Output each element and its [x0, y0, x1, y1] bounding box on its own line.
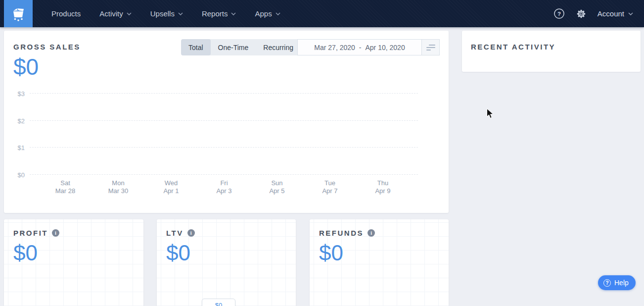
chart-gridlines: $3$2$1$0	[30, 93, 418, 174]
x-axis-tick: WedApr 1	[151, 179, 191, 195]
toggle-one-time[interactable]: One-Time	[211, 39, 256, 55]
nav-item-reports[interactable]: Reports	[202, 9, 236, 18]
y-axis-tick: $2	[18, 117, 25, 124]
nav-item-products[interactable]: Products	[51, 9, 81, 18]
refunds-value: $0	[319, 242, 375, 264]
date-range-start: Mar 27, 2020	[314, 44, 355, 51]
date-range-separator: -	[359, 44, 362, 51]
profit-title: PROFIT	[13, 229, 48, 237]
chevron-down-icon	[178, 12, 183, 15]
chart-gridline: $0	[30, 174, 418, 175]
x-axis-tick: MonMar 30	[98, 179, 138, 195]
gross-sales-value: $0	[13, 55, 81, 78]
gross-sales-title: GROSS SALES	[13, 43, 81, 51]
recent-activity-title: RECENT ACTIVITY	[471, 43, 555, 51]
chevron-down-icon	[276, 12, 280, 15]
sales-type-toggle: Total One-Time Recurring	[181, 39, 301, 55]
nav-right-section: ? Account	[553, 8, 644, 19]
chart-x-labels: SatMar 28MonMar 30WedApr 1FriApr 3SunApr…	[46, 179, 403, 195]
top-navbar: Products Activity Upsells Reports Apps ?…	[0, 0, 644, 27]
ltv-title: LTV	[166, 229, 184, 237]
ltv-chart-tooltip: $0	[202, 299, 235, 306]
nav-label: Apps	[255, 9, 272, 18]
nav-label: Activity	[99, 9, 123, 18]
help-button-label: Help	[614, 279, 629, 287]
nav-label: Reports	[202, 9, 228, 18]
filter-icon	[426, 47, 435, 48]
x-axis-tick: SunApr 5	[257, 179, 297, 195]
chevron-down-icon	[127, 12, 132, 15]
nav-item-upsells[interactable]: Upsells	[150, 9, 183, 18]
main-nav: Products Activity Upsells Reports Apps	[51, 9, 280, 18]
help-button[interactable]: ? Help	[598, 275, 636, 290]
filter-icon	[426, 50, 431, 51]
x-axis-tick: SatMar 28	[46, 179, 85, 195]
gross-sales-card: GROSS SALES $0 Total One-Time Recurring …	[4, 31, 449, 213]
gear-icon[interactable]	[576, 8, 587, 19]
refunds-title: REFUNDS	[319, 229, 364, 237]
ltv-value: $0	[166, 242, 195, 264]
toggle-total[interactable]: Total	[181, 39, 211, 55]
x-axis-tick: TueApr 7	[310, 179, 350, 195]
y-axis-tick: $1	[18, 144, 25, 152]
recent-activity-card: RECENT ACTIVITY	[462, 31, 641, 72]
info-icon[interactable]: i	[187, 229, 195, 237]
info-icon[interactable]: i	[368, 229, 375, 237]
refunds-card: REFUNDS i $0	[310, 219, 449, 306]
chevron-down-icon	[231, 12, 236, 15]
nav-label: Upsells	[150, 9, 175, 18]
y-axis-tick: $3	[18, 90, 25, 98]
profit-card: PROFIT i $0	[4, 219, 143, 306]
chart-gridline: $3	[30, 93, 418, 94]
toggle-recurring[interactable]: Recurring	[256, 39, 301, 55]
question-circle-icon: ?	[603, 279, 611, 287]
ltv-card: LTV i $0 $0	[157, 219, 296, 306]
date-range-end: Apr 10, 2020	[366, 44, 405, 51]
info-icon[interactable]: i	[52, 229, 59, 237]
nav-item-apps[interactable]: Apps	[255, 9, 280, 18]
filter-icon	[429, 45, 435, 46]
profit-value: $0	[13, 242, 59, 264]
mouse-cursor	[486, 108, 494, 121]
chart-gridline: $1	[30, 147, 418, 148]
account-label: Account	[598, 9, 624, 18]
x-axis-tick: FriApr 3	[204, 179, 244, 195]
date-range-picker[interactable]: Mar 27, 2020 - Apr 10, 2020	[297, 39, 422, 55]
svg-text:?: ?	[557, 11, 561, 17]
help-question-icon[interactable]: ?	[553, 8, 565, 19]
chart-gridline: $2	[30, 120, 418, 121]
y-axis-tick: $0	[18, 171, 25, 179]
chevron-down-icon	[628, 12, 633, 15]
cart-logo[interactable]	[4, 0, 33, 27]
nav-label: Products	[51, 9, 81, 18]
account-menu[interactable]: Account	[598, 9, 633, 18]
chart-filter-button[interactable]	[421, 39, 440, 55]
nav-item-activity[interactable]: Activity	[99, 9, 132, 18]
shopping-cart-icon	[10, 5, 27, 22]
x-axis-tick: ThuApr 9	[363, 179, 403, 195]
